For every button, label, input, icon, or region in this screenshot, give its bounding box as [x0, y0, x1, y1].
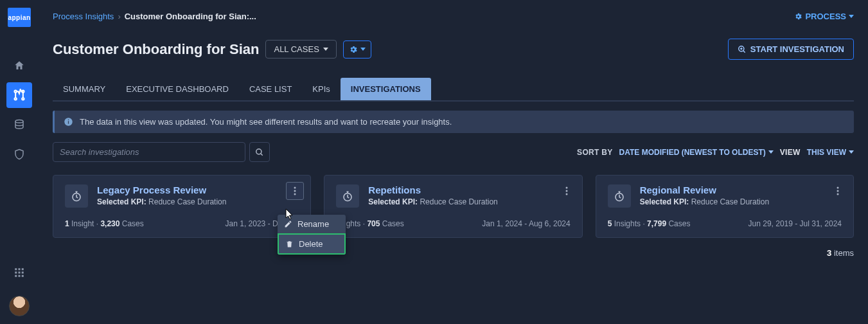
data-icon[interactable]: [6, 112, 32, 138]
svg-point-20: [294, 190, 296, 192]
investigation-card[interactable]: Repetitions Selected KPI: Reduce Case Du…: [324, 175, 582, 238]
cases-word: Cases: [382, 219, 404, 228]
trash-icon: [285, 240, 294, 248]
sort-by-label: SORT BY: [577, 148, 612, 157]
svg-rect-16: [68, 121, 69, 123]
card-menu-button[interactable]: [829, 182, 847, 200]
caret-down-icon: [768, 150, 774, 154]
tab-executive-dashboard[interactable]: EXECUTIVE DASHBOARD: [116, 78, 239, 100]
sort-by-dropdown[interactable]: DATE MODIFIED (NEWEST TO OLDEST): [619, 148, 774, 157]
controls-row: SORT BY DATE MODIFIED (NEWEST TO OLDEST)…: [53, 142, 854, 162]
process-label: PROCESS: [805, 12, 846, 21]
svg-point-25: [565, 194, 567, 195]
svg-rect-13: [22, 275, 24, 277]
svg-point-19: [294, 187, 296, 189]
info-banner-text: The data in this view was updated. You m…: [80, 117, 452, 127]
start-investigation-button[interactable]: START INVESTIGATION: [728, 39, 854, 60]
stopwatch-icon: [65, 184, 88, 208]
cases-word: Cases: [668, 219, 690, 228]
card-date-range: Jun 29, 2019 - Jul 31, 2024: [748, 219, 842, 228]
svg-point-2: [15, 98, 17, 100]
shield-icon[interactable]: [6, 141, 32, 167]
delete-menu-item[interactable]: Delete: [278, 233, 346, 255]
view-dropdown[interactable]: THIS VIEW: [807, 148, 854, 157]
info-icon: [64, 117, 73, 127]
svg-point-4: [15, 120, 23, 123]
search-input[interactable]: [53, 142, 245, 162]
process-dropdown[interactable]: PROCESS: [794, 12, 854, 21]
all-cases-label: ALL CASES: [274, 44, 319, 54]
page-title: Customer Onboarding for Sian: [53, 41, 259, 58]
process-insights-icon[interactable]: [6, 82, 32, 108]
insights-count: 5: [608, 219, 612, 228]
all-cases-dropdown[interactable]: ALL CASES: [265, 40, 336, 59]
investigation-card[interactable]: Regional Review Selected KPI: Reduce Cas…: [596, 175, 854, 238]
search-button[interactable]: [249, 142, 270, 162]
view-label: VIEW: [780, 148, 801, 157]
start-investigation-label: START INVESTIGATION: [750, 44, 844, 54]
cases-count: 7,799: [647, 219, 666, 228]
cases-count: 3,230: [100, 219, 120, 228]
card-kpi-value: Reduce Case Duration: [691, 197, 769, 206]
card-kpi-label: Selected KPI:: [97, 197, 146, 206]
card-menu-button[interactable]: [558, 182, 576, 200]
tab-case-list[interactable]: CASE LIST: [239, 78, 302, 100]
page-header: Customer Onboarding for Sian ALL CASES S…: [53, 39, 854, 60]
items-count: 3 items: [53, 248, 854, 258]
svg-point-29: [837, 194, 838, 195]
caret-down-icon: [360, 48, 366, 51]
svg-point-27: [837, 187, 838, 189]
svg-point-21: [294, 194, 296, 195]
apps-grid-icon[interactable]: [6, 260, 32, 285]
cases-count: 705: [367, 219, 380, 228]
svg-point-28: [837, 190, 838, 192]
card-kpi-label: Selected KPI:: [640, 197, 689, 206]
insights-word: Insights: [614, 219, 641, 228]
card-date-range: Jan 1, 2024 - Aug 6, 2024: [482, 219, 570, 228]
card-title: Repetitions: [368, 184, 497, 195]
rename-label: Rename: [297, 219, 329, 229]
cases-word: Cases: [122, 219, 144, 228]
insights-count: 1: [65, 219, 69, 228]
tab-investigations[interactable]: INVESTIGATIONS: [341, 78, 431, 100]
svg-point-23: [565, 187, 567, 189]
pencil-icon: [284, 220, 292, 228]
appian-logo: appian: [8, 8, 31, 27]
breadcrumb-parent[interactable]: Process Insights: [53, 12, 114, 21]
breadcrumb-current: Customer Onboarding for Sian:...: [125, 12, 256, 21]
caret-down-icon: [323, 48, 328, 51]
breadcrumb: Process Insights › Customer Onboarding f…: [53, 12, 256, 21]
svg-point-18: [256, 148, 261, 154]
caret-down-icon: [849, 150, 854, 154]
svg-rect-9: [19, 272, 21, 274]
svg-rect-6: [19, 268, 21, 270]
tab-kpis[interactable]: KPIs: [302, 78, 340, 100]
card-kpi-value: Reduce Case Duration: [420, 197, 497, 206]
settings-button[interactable]: [343, 40, 371, 59]
svg-point-3: [22, 98, 24, 100]
view-value: THIS VIEW: [807, 148, 846, 157]
stopwatch-icon: [336, 184, 359, 208]
stopwatch-icon: [608, 184, 631, 208]
investigation-card[interactable]: Legacy Process Review Selected KPI: Redu…: [53, 175, 311, 238]
svg-point-24: [565, 190, 567, 192]
svg-rect-5: [15, 268, 17, 270]
home-icon[interactable]: [6, 53, 32, 78]
tab-summary[interactable]: SUMMARY: [53, 78, 116, 100]
card-title: Regional Review: [640, 184, 769, 195]
info-banner: The data in this view was updated. You m…: [53, 111, 854, 133]
rename-menu-item[interactable]: Rename: [278, 215, 346, 233]
breadcrumb-sep: ›: [118, 12, 120, 21]
card-kpi-label: Selected KPI:: [368, 197, 418, 206]
svg-rect-11: [15, 275, 17, 277]
investigation-cards: Legacy Process Review Selected KPI: Redu…: [53, 175, 854, 238]
svg-point-0: [15, 91, 17, 93]
card-context-menu: Rename Delete: [278, 215, 346, 255]
tabs: SUMMARY EXECUTIVE DASHBOARD CASE LIST KP…: [53, 78, 854, 102]
delete-label: Delete: [299, 239, 323, 249]
top-bar: Process Insights › Customer Onboarding f…: [53, 0, 854, 32]
card-menu-button[interactable]: [286, 182, 304, 200]
left-nav-rail: appian: [0, 0, 39, 324]
svg-rect-7: [22, 268, 24, 270]
user-avatar[interactable]: [9, 296, 30, 316]
